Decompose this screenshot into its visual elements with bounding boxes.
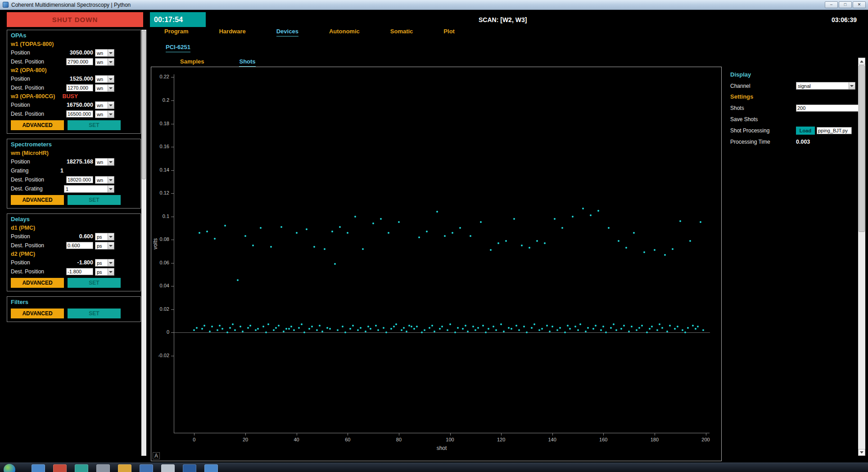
data-point bbox=[257, 328, 259, 330]
units-dropdown[interactable]: ps bbox=[95, 268, 114, 276]
data-point bbox=[308, 328, 310, 330]
set-button[interactable]: SET bbox=[68, 195, 121, 205]
sidebar-scrollbar[interactable] bbox=[141, 30, 146, 456]
units-dropdown[interactable]: ps bbox=[95, 242, 114, 250]
data-point bbox=[651, 326, 653, 327]
scrollbar-thumb[interactable] bbox=[142, 31, 146, 179]
units-dropdown[interactable]: wn bbox=[95, 101, 114, 109]
tab-plot[interactable]: Plot bbox=[443, 28, 455, 36]
taskbar-app-9[interactable] bbox=[204, 464, 218, 472]
field-controls: ps bbox=[60, 268, 114, 276]
taskbar-app-6[interactable] bbox=[140, 464, 153, 472]
load-script-button[interactable]: Load bbox=[796, 127, 815, 135]
field-input[interactable] bbox=[66, 242, 93, 249]
field-value: 16750.000 bbox=[67, 102, 93, 108]
units-dropdown[interactable]: wn bbox=[95, 110, 114, 118]
advanced-button[interactable]: ADVANCED bbox=[11, 278, 64, 288]
units-dropdown[interactable]: wn bbox=[95, 75, 114, 83]
y-tick-label: 0.22 bbox=[151, 74, 169, 79]
taskbar-app-8[interactable] bbox=[183, 464, 196, 472]
taskbar-app-1[interactable] bbox=[32, 464, 45, 472]
shot-processing-file-input[interactable] bbox=[817, 127, 852, 134]
data-point bbox=[324, 248, 326, 250]
data-point bbox=[511, 328, 512, 330]
field-controls: wn bbox=[60, 84, 114, 92]
data-point bbox=[654, 249, 656, 251]
advanced-button[interactable]: ADVANCED bbox=[11, 195, 64, 205]
scrollbar-thumb[interactable] bbox=[859, 65, 865, 232]
data-point bbox=[270, 246, 272, 248]
set-button[interactable]: SET bbox=[68, 120, 121, 130]
advanced-button[interactable]: ADVANCED bbox=[11, 309, 64, 318]
data-point bbox=[549, 331, 551, 332]
set-button[interactable]: SET bbox=[68, 309, 121, 318]
data-point bbox=[390, 328, 392, 330]
units-dropdown[interactable]: wn bbox=[95, 49, 114, 57]
set-button[interactable]: SET bbox=[68, 278, 121, 288]
taskbar-app-7[interactable] bbox=[161, 464, 175, 472]
advanced-button[interactable]: ADVANCED bbox=[11, 120, 64, 130]
data-point bbox=[477, 327, 479, 329]
data-point bbox=[682, 329, 683, 331]
channel-select[interactable]: signal bbox=[796, 82, 855, 90]
field-controls: wn bbox=[60, 176, 114, 184]
data-point bbox=[485, 331, 487, 333]
data-point bbox=[290, 326, 292, 327]
units-dropdown[interactable]: wn bbox=[95, 176, 114, 184]
data-point bbox=[293, 329, 295, 331]
start-button[interactable] bbox=[4, 464, 15, 472]
units-dropdown[interactable]: ps bbox=[95, 233, 114, 241]
units-dropdown[interactable]: wn bbox=[95, 158, 114, 166]
taskbar-app-2[interactable] bbox=[53, 464, 67, 472]
x-tick bbox=[194, 433, 194, 436]
tab-pci-6251[interactable]: PCI-6251 bbox=[166, 44, 190, 52]
taskbar-app-5[interactable] bbox=[118, 464, 131, 472]
minimize-button[interactable]: – bbox=[825, 1, 838, 8]
field-input[interactable] bbox=[66, 58, 93, 65]
autoscale-button[interactable]: A bbox=[153, 452, 160, 459]
main-scrollbar[interactable] bbox=[858, 58, 865, 456]
shots-scatter-plot[interactable]: volts shot A -0.0200.020.040.060.080.10.… bbox=[151, 67, 722, 461]
taskbar-app-4[interactable] bbox=[96, 464, 110, 472]
save-shots-label: Save Shots bbox=[730, 116, 796, 123]
data-point bbox=[280, 226, 282, 228]
chevron-down-icon bbox=[108, 159, 114, 165]
field-input[interactable] bbox=[66, 84, 93, 91]
grating-select[interactable]: 1 bbox=[64, 185, 114, 193]
units-dropdown[interactable]: wn bbox=[95, 58, 114, 66]
close-button[interactable]: ✕ bbox=[853, 1, 866, 8]
scroll-down-button[interactable] bbox=[858, 449, 865, 456]
maximize-button[interactable]: □ bbox=[839, 1, 852, 8]
scroll-up-button[interactable] bbox=[858, 58, 865, 64]
tab-hardware[interactable]: Hardware bbox=[219, 28, 245, 36]
data-point bbox=[247, 327, 249, 329]
field-input[interactable] bbox=[66, 110, 93, 118]
units-value: wn bbox=[95, 111, 108, 118]
tab-program[interactable]: Program bbox=[164, 28, 188, 36]
field-input[interactable] bbox=[66, 268, 93, 275]
data-point bbox=[326, 327, 328, 329]
units-value: ps bbox=[95, 268, 108, 275]
field-input[interactable] bbox=[66, 176, 93, 183]
shutdown-button[interactable]: SHUT DOWN bbox=[7, 12, 143, 27]
data-point bbox=[439, 328, 441, 330]
tab-samples[interactable]: Samples bbox=[180, 58, 204, 67]
taskbar-app-3[interactable] bbox=[75, 464, 88, 472]
tab-shots[interactable]: Shots bbox=[239, 58, 255, 67]
window-controls: –□✕ bbox=[825, 1, 868, 8]
shots-input[interactable] bbox=[796, 104, 863, 112]
tab-somatic[interactable]: Somatic bbox=[390, 28, 413, 36]
data-point bbox=[234, 329, 236, 331]
units-dropdown[interactable]: ps bbox=[95, 259, 114, 267]
data-point bbox=[579, 323, 581, 325]
arrow-down-icon bbox=[860, 451, 863, 455]
units-dropdown[interactable]: wn bbox=[95, 84, 114, 92]
tab-devices[interactable]: Devices bbox=[276, 28, 298, 36]
data-point bbox=[582, 208, 584, 209]
data-point bbox=[569, 328, 571, 330]
data-point bbox=[385, 331, 387, 333]
tab-autonomic[interactable]: Autonomic bbox=[329, 28, 360, 36]
data-point bbox=[533, 323, 535, 325]
data-point bbox=[283, 331, 285, 332]
units-value: wn bbox=[95, 102, 108, 109]
